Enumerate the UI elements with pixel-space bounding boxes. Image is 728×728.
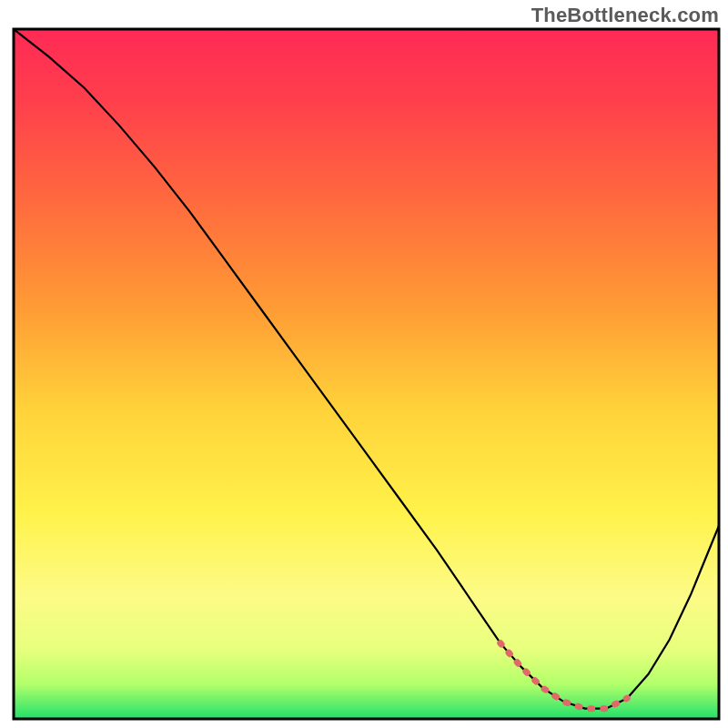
chart-container: TheBottleneck.com — [0, 0, 728, 728]
watermark-text: TheBottleneck.com — [531, 4, 719, 27]
gradient-background — [14, 29, 719, 719]
bottleneck-chart — [0, 0, 728, 728]
